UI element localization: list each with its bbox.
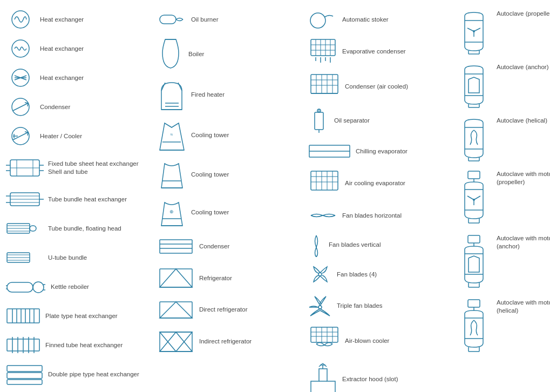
autoclave-helical: Autoclave (helical) <box>456 112 550 165</box>
svg-text:⊕: ⊕ <box>169 209 174 214</box>
svg-rect-100 <box>311 75 338 93</box>
auto-stoker-label: Automatic stoker <box>342 16 389 24</box>
svg-rect-40 <box>7 282 33 292</box>
cooling-tower-2: Cooling tower <box>154 156 305 193</box>
tube-bundle-label: Tube bundle heat exchanger <box>48 195 127 204</box>
oil-separator: Oil separator <box>305 105 456 136</box>
svg-rect-61 <box>7 373 42 379</box>
cooling-tower-3-icon: ⊕ <box>157 196 187 228</box>
plate-type-icon <box>6 306 41 326</box>
svg-marker-82 <box>160 269 192 287</box>
extractor-slot: Extractor hood (slot) <box>305 360 456 392</box>
heat-exchanger-2-label: Heat exchanger <box>40 45 84 53</box>
svg-point-41 <box>33 282 44 293</box>
heat-exchanger-3-icon <box>6 67 36 89</box>
svg-rect-81 <box>160 269 192 287</box>
air-cooling-evap-label: Air cooling evaporator <box>345 179 405 187</box>
plate-type-label: Plate type heat exchanger <box>45 312 118 320</box>
fired-heater-label: Fired heater <box>191 91 225 99</box>
double-pipe: Double pipe type heat exchanger <box>3 360 154 388</box>
boiler-icon <box>157 37 184 72</box>
triple-fan: Triple fan blades <box>305 290 456 321</box>
tube-bundle-float-icon <box>6 218 44 239</box>
cooling-tower-1: ≈ Cooling tower <box>154 116 305 155</box>
evap-condenser-icon <box>308 37 338 66</box>
double-pipe-label: Double pipe type heat exchanger <box>48 370 139 379</box>
svg-line-166 <box>474 196 480 200</box>
u-tube-label: U-tube bundle <box>48 254 87 262</box>
auto-stoker: Automatic stoker <box>305 5 456 33</box>
indirect-refrigerator-label: Indirect refrigerator <box>199 337 252 346</box>
air-cooling-evap-icon <box>308 168 341 198</box>
condenser-air-icon <box>308 72 341 102</box>
cooling-tower-2-icon <box>157 158 187 191</box>
autoclave-motor-anchor-icon <box>459 234 489 291</box>
air-blown-icon <box>308 325 341 357</box>
direct-refrigerator-label: Direct refrigerator <box>199 306 247 314</box>
refrigerator-icon <box>157 265 195 292</box>
svg-rect-123 <box>311 327 338 342</box>
fan-horiz-icon <box>308 207 338 224</box>
boiler-label: Boiler <box>188 50 204 58</box>
autoclave-prop-label: Autoclave (propeller) <box>497 10 550 18</box>
evap-condenser: Evaporative condenser <box>305 35 456 69</box>
svg-line-7 <box>13 103 28 111</box>
fan-horiz: Fan blades horizontal <box>305 201 456 229</box>
condenser2-label: Condenser <box>199 242 229 251</box>
condenser2: Condenser <box>154 232 305 261</box>
autoclave-motor-prop-icon <box>459 170 489 227</box>
fired-heater-icon <box>157 77 187 112</box>
tube-bundle: Tube bundle heat exchanger <box>3 185 154 213</box>
svg-rect-32 <box>30 226 36 231</box>
condenser-icon <box>6 96 36 118</box>
cooling-tower-1-icon: ≈ <box>157 118 187 153</box>
triple-fan-label: Triple fan blades <box>337 302 383 310</box>
tube-bundle-float-label: Tube bundle, floating head <box>48 225 121 233</box>
indirect-refrigerator: Indirect refrigerator <box>154 326 305 357</box>
fan-horiz-label: Fan blades horizontal <box>342 212 402 220</box>
extractor-slot-icon <box>308 362 338 392</box>
finned-tube: Finned tube heat exchanger <box>3 331 154 359</box>
fan-vert-label: Fan blades vertical <box>329 241 381 249</box>
svg-rect-62 <box>7 380 42 384</box>
oil-burner-icon <box>157 9 187 30</box>
boiler: Boiler <box>154 35 305 74</box>
cooling-tower-3-label: Cooling tower <box>191 208 229 217</box>
autoclave-anchor-label: Autoclave (anchor) <box>497 63 549 71</box>
heat-exchanger-1: Heat exchanger <box>3 5 154 33</box>
autoclave-anchor: Autoclave (anchor) <box>456 59 550 111</box>
svg-marker-86 <box>160 332 192 352</box>
air-blown-label: Air-blown cooler <box>345 337 389 345</box>
svg-text:≈: ≈ <box>171 132 173 137</box>
condenser: Condenser <box>3 93 154 121</box>
svg-rect-114 <box>311 171 338 190</box>
svg-rect-78 <box>160 240 192 253</box>
autoclave-motor-anchor-label: Autoclave with motor (anchor) <box>497 234 550 251</box>
fixed-tube: Fixed tube sheet heat exchangerShell and… <box>3 152 154 184</box>
svg-rect-63 <box>160 15 176 24</box>
svg-line-165 <box>467 196 474 200</box>
condenser2-icon <box>157 234 195 259</box>
fan-4-label: Fan blades (4) <box>337 271 377 279</box>
fan-4: Fan blades (4) <box>305 260 456 289</box>
indirect-refrigerator-icon <box>157 328 195 355</box>
kettle: Kettle reboiler <box>3 273 154 301</box>
direct-refrigerator-icon <box>157 298 195 322</box>
autoclave-prop-icon <box>459 10 489 56</box>
svg-point-147 <box>473 30 475 32</box>
direct-refrigerator: Direct refrigerator <box>154 295 305 325</box>
u-tube-icon <box>6 247 44 268</box>
double-pipe-icon <box>6 363 44 386</box>
heat-exchanger-2-icon <box>6 38 36 59</box>
refrigerator: Refrigerator <box>154 262 305 294</box>
column-2: Oil burner Boiler <box>154 5 305 392</box>
svg-point-88 <box>310 13 325 28</box>
evap-condenser-label: Evaporative condenser <box>342 48 406 56</box>
kettle-label: Kettle reboiler <box>51 283 89 291</box>
svg-rect-60 <box>7 366 42 371</box>
triple-fan-icon <box>308 292 332 319</box>
svg-rect-172 <box>468 235 480 243</box>
heat-exchanger-1-icon <box>6 9 36 30</box>
air-blown: Air-blown cooler <box>305 322 456 359</box>
svg-line-8 <box>25 103 28 103</box>
